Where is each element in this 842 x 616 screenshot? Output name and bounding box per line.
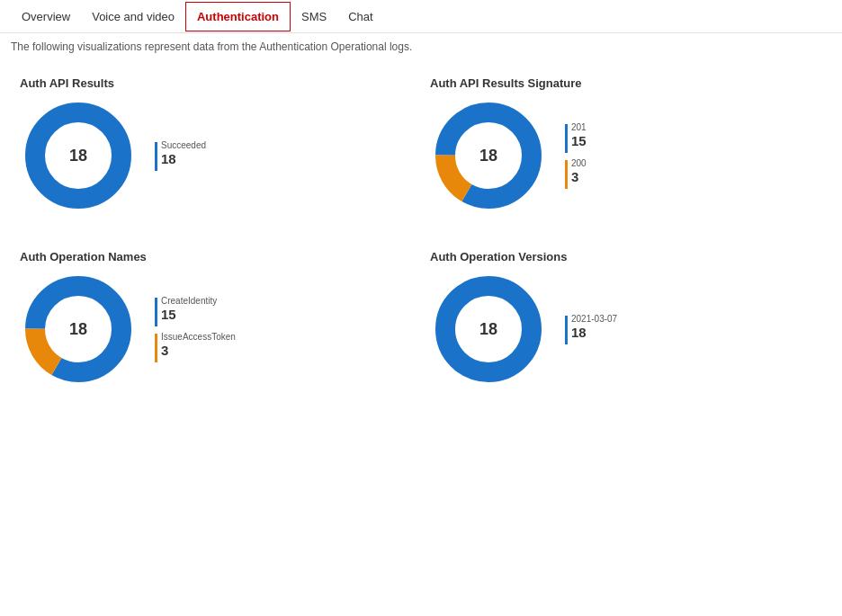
legend-text-201: 201 15	[571, 122, 587, 149]
tab-chat[interactable]: Chat	[337, 3, 383, 31]
legend-value-createidentity: 15	[161, 307, 217, 323]
legend-color-version-date	[565, 316, 568, 344]
legend-color-issueaccesstoken	[155, 334, 157, 362]
donut-center-4: 18	[479, 320, 497, 339]
legend-value-200: 3	[571, 169, 587, 185]
legend-text-version-date: 2021-03-07 18	[571, 314, 617, 341]
chart-title-auth-api-results-sig: Auth API Results Signature	[430, 76, 822, 90]
nav-tabs: Overview Voice and video Authentication …	[0, 0, 842, 33]
legend-text-createidentity: CreateIdentity 15	[161, 296, 217, 323]
chart-content-4: 18 2021-03-07 18	[430, 271, 822, 388]
legend-label-createidentity: CreateIdentity	[161, 296, 217, 307]
donut-auth-op-versions: 18	[430, 271, 547, 388]
legend-text-issueaccesstoken: IssueAccessToken 3	[161, 332, 236, 359]
chart-title-auth-op-versions: Auth Operation Versions	[430, 250, 822, 263]
legend-item-issueaccesstoken: IssueAccessToken 3	[155, 332, 236, 362]
chart-auth-operation-versions: Auth Operation Versions 18 2021-03-07 18	[421, 241, 831, 415]
charts-grid: Auth API Results 18 Succeeded 18	[0, 67, 842, 415]
legend-value-issueaccesstoken: 3	[161, 343, 236, 359]
legend-value-201: 15	[571, 133, 587, 149]
legend-color-200	[565, 160, 568, 189]
legend-item-createidentity: CreateIdentity 15	[155, 296, 236, 326]
donut-center-3: 18	[69, 320, 87, 339]
donut-auth-api-sig: 18	[430, 97, 547, 214]
legend-2: 201 15 200 3	[565, 122, 587, 189]
donut-center-2: 18	[479, 147, 497, 165]
chart-content-1: 18 Succeeded 18	[20, 97, 412, 214]
legend-item-201: 201 15	[565, 122, 587, 153]
tab-authentication[interactable]: Authentication	[185, 2, 291, 31]
page-description: The following visualizations represent d…	[0, 33, 842, 67]
chart-auth-api-results: Auth API Results 18 Succeeded 18	[11, 67, 421, 241]
donut-auth-api-results: 18	[20, 97, 137, 214]
chart-title-auth-op-names: Auth Operation Names	[20, 250, 412, 263]
legend-value-1: 18	[161, 151, 206, 167]
legend-1: Succeeded 18	[155, 140, 206, 171]
legend-item-200: 200 3	[565, 158, 587, 189]
tab-sms[interactable]: SMS	[291, 3, 337, 31]
donut-auth-op-names: 18	[20, 271, 137, 388]
tab-overview[interactable]: Overview	[11, 3, 81, 31]
legend-label-issueaccesstoken: IssueAccessToken	[161, 332, 236, 343]
donut-center-1: 18	[69, 147, 87, 165]
legend-4: 2021-03-07 18	[565, 314, 617, 344]
legend-label-201: 201	[571, 122, 587, 133]
chart-content-2: 18 201 15 200 3	[430, 97, 822, 214]
legend-item-succeeded: Succeeded 18	[155, 140, 206, 171]
legend-text-200: 200 3	[571, 158, 587, 185]
chart-title-auth-api-results: Auth API Results	[20, 76, 412, 90]
legend-color-201	[565, 124, 568, 153]
legend-value-version-date: 18	[571, 325, 617, 341]
legend-label-200: 200	[571, 158, 587, 169]
legend-label-version-date: 2021-03-07	[571, 314, 617, 325]
tab-voice-video[interactable]: Voice and video	[81, 3, 185, 31]
legend-color-1	[155, 142, 157, 171]
legend-3: CreateIdentity 15 IssueAccessToken 3	[155, 296, 236, 362]
chart-auth-api-results-signature: Auth API Results Signature 18 201 15	[421, 67, 831, 241]
legend-text-1: Succeeded 18	[161, 140, 206, 167]
chart-content-3: 18 CreateIdentity 15 IssueAccessToken 3	[20, 271, 412, 388]
legend-color-createidentity	[155, 298, 157, 326]
chart-auth-operation-names: Auth Operation Names 18 CreateIdentity	[11, 241, 421, 415]
legend-label-1: Succeeded	[161, 140, 206, 151]
legend-item-version-date: 2021-03-07 18	[565, 314, 617, 344]
